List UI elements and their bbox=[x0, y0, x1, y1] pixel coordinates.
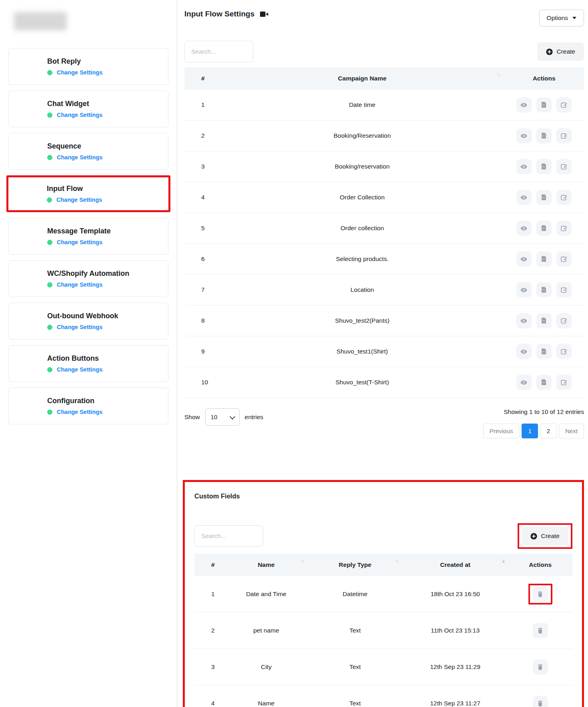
export-button[interactable] bbox=[536, 375, 552, 390]
export-button[interactable] bbox=[536, 313, 552, 328]
change-settings-link[interactable]: Change Settings bbox=[57, 154, 102, 161]
sort-icon[interactable]: ↑↓ bbox=[300, 558, 304, 564]
sidebar-item[interactable]: Action Buttons Change Settings bbox=[8, 345, 168, 382]
sort-icon[interactable]: ↑↓ bbox=[497, 72, 500, 77]
view-button[interactable] bbox=[516, 128, 532, 143]
campaigns-summary: Showing 1 to 10 of 12 entries bbox=[504, 408, 584, 416]
change-settings-link[interactable]: Change Settings bbox=[57, 366, 102, 373]
export-button[interactable] bbox=[536, 344, 552, 359]
view-button[interactable] bbox=[516, 221, 532, 236]
export-button[interactable] bbox=[536, 251, 552, 267]
change-settings-link[interactable]: Change Settings bbox=[57, 69, 102, 76]
export-button[interactable] bbox=[536, 282, 552, 297]
status-dot bbox=[47, 282, 52, 287]
change-settings-link[interactable]: Change Settings bbox=[57, 324, 102, 330]
campaigns-entries-select[interactable]: 10 bbox=[205, 408, 240, 426]
previous-button[interactable]: Previous bbox=[483, 424, 519, 438]
created-at-cell: 12th Sep 23 11:29 bbox=[402, 649, 508, 685]
custom-fields-section: Custom Fields Create # bbox=[183, 480, 584, 707]
gear-icon bbox=[17, 395, 38, 417]
delete-button[interactable] bbox=[533, 696, 548, 707]
row-number: 9 bbox=[184, 336, 220, 367]
change-settings-link[interactable]: Change Settings bbox=[56, 197, 102, 203]
view-button[interactable] bbox=[516, 313, 532, 328]
sidebar-item[interactable]: Sequence Change Settings bbox=[8, 133, 168, 170]
edit-button[interactable] bbox=[556, 159, 572, 174]
options-button[interactable]: Options bbox=[539, 10, 584, 26]
sidebar-item-status-row: Change Settings bbox=[47, 324, 118, 330]
export-button[interactable] bbox=[536, 221, 552, 236]
view-button[interactable] bbox=[516, 97, 532, 112]
page: Bot Reply Change Settings Chat Widget Ch… bbox=[0, 0, 588, 707]
column-header-reply-type: Reply Type ↑↓ bbox=[308, 554, 402, 576]
custom-fields-search-input[interactable] bbox=[194, 525, 263, 547]
change-settings-link[interactable]: Change Settings bbox=[57, 112, 102, 118]
change-settings-link[interactable]: Change Settings bbox=[57, 409, 102, 415]
view-button[interactable] bbox=[516, 375, 532, 390]
delete-button[interactable] bbox=[533, 623, 548, 638]
campaigns-table: # Campaign Name ↑↓ Actions 1 Date time bbox=[184, 67, 584, 398]
next-button[interactable]: Next bbox=[559, 424, 584, 438]
sidebar-item[interactable]: Configuration Change Settings bbox=[8, 388, 168, 424]
campaigns-create-button[interactable]: Create bbox=[537, 42, 584, 61]
edit-button[interactable] bbox=[556, 251, 572, 267]
row-actions bbox=[504, 90, 584, 121]
change-settings-link[interactable]: Change Settings bbox=[57, 281, 102, 288]
campaign-name-cell: Booking/Reservation bbox=[220, 121, 504, 151]
export-button[interactable] bbox=[536, 97, 552, 112]
edit-button[interactable] bbox=[556, 190, 572, 205]
delete-button[interactable] bbox=[533, 586, 548, 602]
delete-button[interactable] bbox=[533, 659, 548, 675]
sidebar-item[interactable]: Out-bound Webhook Change Settings bbox=[8, 303, 168, 339]
sidebar-item[interactable]: Chat Widget Change Settings bbox=[8, 90, 168, 127]
edit-button[interactable] bbox=[556, 97, 572, 112]
sidebar-item-label: WC/Shopify Automation bbox=[47, 269, 129, 278]
edit-icon bbox=[561, 133, 567, 139]
row-number: 2 bbox=[184, 121, 220, 151]
sidebar-item-label: Action Buttons bbox=[47, 354, 102, 363]
page-number-button[interactable]: 1 bbox=[522, 424, 538, 438]
custom-field-row: 3 City Text 12th Sep 23 11:29 bbox=[194, 649, 572, 685]
export-button[interactable] bbox=[536, 128, 552, 143]
edit-button[interactable] bbox=[556, 344, 572, 359]
export-button[interactable] bbox=[536, 159, 552, 174]
file-export-icon bbox=[541, 102, 547, 108]
sidebar-item[interactable]: S WC/Shopify Automation Change Settings bbox=[8, 260, 168, 297]
custom-fields-create-button[interactable]: Create bbox=[522, 527, 568, 545]
sidebar-item-status-row: Change Settings bbox=[47, 366, 102, 373]
edit-button[interactable] bbox=[556, 128, 572, 143]
svg-text:S: S bbox=[24, 275, 30, 286]
view-button[interactable] bbox=[516, 344, 532, 359]
change-settings-link[interactable]: Change Settings bbox=[57, 239, 102, 245]
campaigns-search-input[interactable] bbox=[184, 41, 253, 62]
campaigns-toolbar: Create bbox=[184, 41, 584, 62]
sidebar-item[interactable]: Bot Reply Change Settings bbox=[8, 48, 168, 85]
sort-icon[interactable]: ↑↓ bbox=[395, 558, 398, 564]
file-export-icon bbox=[541, 225, 547, 231]
created-at-cell: 18th Oct 23 16:50 bbox=[402, 576, 508, 613]
view-button[interactable] bbox=[516, 159, 532, 174]
file-export-icon bbox=[541, 256, 547, 262]
edit-button[interactable] bbox=[556, 282, 572, 297]
video-camera-icon[interactable] bbox=[260, 11, 268, 17]
delete-annotation-box bbox=[528, 693, 552, 707]
view-button[interactable] bbox=[516, 282, 532, 297]
campaign-row: 6 Selecting products. bbox=[184, 244, 584, 275]
page-number-button[interactable]: 2 bbox=[540, 424, 556, 438]
view-button[interactable] bbox=[516, 190, 532, 205]
column-header-created-at: Created at ↑↓ bbox=[402, 554, 508, 576]
edit-icon bbox=[561, 194, 567, 201]
row-actions bbox=[504, 121, 584, 151]
export-button[interactable] bbox=[536, 190, 552, 205]
row-actions bbox=[504, 336, 584, 367]
sidebar-item[interactable]: Message Template Change Settings bbox=[8, 218, 168, 255]
edit-button[interactable] bbox=[556, 221, 572, 236]
created-at-cell: 11th Oct 23 15:13 bbox=[402, 613, 508, 649]
edit-button[interactable] bbox=[556, 375, 572, 390]
sort-icon[interactable]: ↑↓ bbox=[501, 558, 504, 564]
edit-button[interactable] bbox=[556, 313, 572, 328]
plus-circle-icon bbox=[546, 48, 553, 55]
entries-label: entries bbox=[245, 414, 264, 421]
view-button[interactable] bbox=[516, 251, 532, 267]
sidebar-item[interactable]: Input Flow Change Settings bbox=[6, 175, 170, 212]
